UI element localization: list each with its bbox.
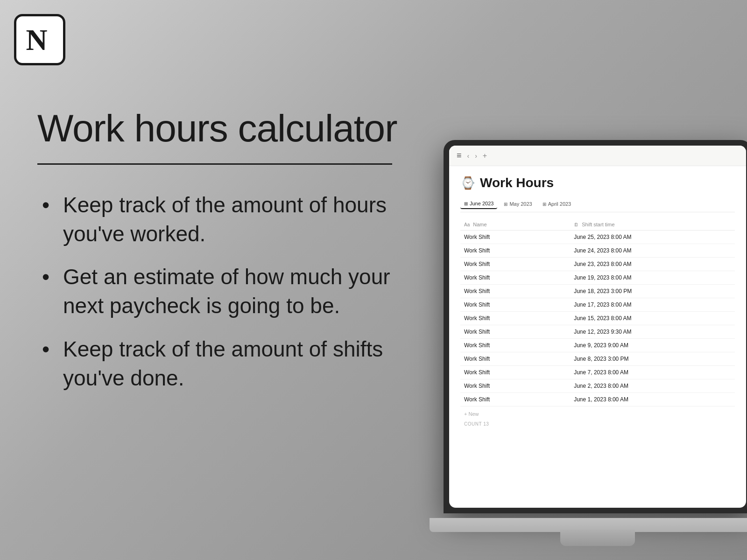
table-row: Work Shift June 23, 2023 8:00 AM <box>460 258 735 271</box>
table-row: Work Shift June 19, 2023 8:00 AM <box>460 271 735 285</box>
row-date: June 23, 2023 8:00 AM <box>570 258 735 271</box>
date-col-icon: 🗓 <box>574 222 578 227</box>
notion-app: ≡ ‹ › + ⌚ Work Hours ⊞ <box>449 146 746 508</box>
row-name: Work Shift <box>460 379 570 393</box>
table-row: Work Shift June 1, 2023 8:00 AM <box>460 393 735 406</box>
row-date: June 25, 2023 8:00 AM <box>570 231 735 244</box>
left-content: Work hours calculator Keep track of the … <box>37 107 420 406</box>
title-divider <box>37 163 392 165</box>
count-row: COUNT 13 <box>460 420 735 428</box>
laptop-mockup: ≡ ‹ › + ⌚ Work Hours ⊞ <box>430 140 747 560</box>
tab-icon-may: ⊞ <box>504 202 507 207</box>
row-date: June 9, 2023 9:00 AM <box>570 339 735 352</box>
name-col-icon: Aa <box>464 222 470 227</box>
row-date: June 15, 2023 8:00 AM <box>570 312 735 325</box>
tab-label-may: May 2023 <box>509 201 532 207</box>
work-shifts-table: Aa Name 🗓 Shift start time Work Sh <box>460 219 735 406</box>
row-name: Work Shift <box>460 312 570 325</box>
plus-icon[interactable]: + <box>483 152 487 160</box>
tab-june-2023[interactable]: ⊞ June 2023 <box>460 199 497 209</box>
count-value: 13 <box>483 421 489 427</box>
row-date: June 2, 2023 8:00 AM <box>570 379 735 393</box>
notion-titlebar: ≡ ‹ › + <box>449 146 746 166</box>
row-name: Work Shift <box>460 271 570 285</box>
notion-page-title-text: Work Hours <box>480 175 554 190</box>
row-name: Work Shift <box>460 298 570 312</box>
table-row: Work Shift June 12, 2023 9:30 AM <box>460 325 735 339</box>
table-row: Work Shift June 25, 2023 8:00 AM <box>460 231 735 244</box>
hamburger-icon[interactable]: ≡ <box>457 151 462 161</box>
name-col-label: Name <box>473 222 486 227</box>
row-date: June 18, 2023 3:00 PM <box>570 285 735 298</box>
notion-logo: N <box>14 14 65 65</box>
page-title: Work hours calculator <box>37 107 420 149</box>
row-date: June 12, 2023 9:30 AM <box>570 325 735 339</box>
table-row: Work Shift June 24, 2023 8:00 AM <box>460 244 735 258</box>
table-row: Work Shift June 8, 2023 3:00 PM <box>460 352 735 366</box>
bullet-item: Keep track of the amount of shifts you'v… <box>37 335 420 392</box>
laptop-screen-inner: ≡ ‹ › + ⌚ Work Hours ⊞ <box>449 146 746 508</box>
row-name: Work Shift <box>460 285 570 298</box>
row-date: June 24, 2023 8:00 AM <box>570 244 735 258</box>
tab-icon-june: ⊞ <box>464 201 468 206</box>
date-col-label: Shift start time <box>582 222 614 227</box>
table-row: Work Shift June 7, 2023 8:00 AM <box>460 366 735 379</box>
row-date: June 17, 2023 8:00 AM <box>570 298 735 312</box>
table-row: Work Shift June 9, 2023 9:00 AM <box>460 339 735 352</box>
row-name: Work Shift <box>460 258 570 271</box>
laptop-foot <box>560 530 635 546</box>
row-date: June 7, 2023 8:00 AM <box>570 366 735 379</box>
svg-text:N: N <box>26 23 47 56</box>
bullet-item: Get an estimate of how much your next pa… <box>37 262 420 320</box>
notion-page-title: ⌚ Work Hours <box>460 175 735 190</box>
forward-icon[interactable]: › <box>475 152 477 160</box>
tab-label-june: June 2023 <box>470 201 493 206</box>
notion-tabs: ⊞ June 2023 ⊞ May 2023 ⊞ April 2023 <box>460 199 735 212</box>
notion-content: ⌚ Work Hours ⊞ June 2023 ⊞ May 2023 <box>449 166 746 508</box>
row-date: June 1, 2023 8:00 AM <box>570 393 735 406</box>
back-icon[interactable]: ‹ <box>467 152 470 160</box>
table-row: Work Shift June 18, 2023 3:00 PM <box>460 285 735 298</box>
table-row: Work Shift June 17, 2023 8:00 AM <box>460 298 735 312</box>
tab-label-april: April 2023 <box>548 201 571 207</box>
bullet-list: Keep track of the amount of hours you've… <box>37 190 420 392</box>
new-row-button[interactable]: + New <box>460 408 735 420</box>
col-header-date: 🗓 Shift start time <box>570 219 735 231</box>
row-name: Work Shift <box>460 366 570 379</box>
table-row: Work Shift June 15, 2023 8:00 AM <box>460 312 735 325</box>
table-row: Work Shift June 2, 2023 8:00 AM <box>460 379 735 393</box>
col-header-name: Aa Name <box>460 219 570 231</box>
row-name: Work Shift <box>460 231 570 244</box>
count-label: COUNT <box>464 421 482 427</box>
bullet-item: Keep track of the amount of hours you've… <box>37 190 420 248</box>
row-name: Work Shift <box>460 352 570 366</box>
laptop-screen: ≡ ‹ › + ⌚ Work Hours ⊞ <box>444 140 747 513</box>
row-date: June 8, 2023 3:00 PM <box>570 352 735 366</box>
page-icon: ⌚ <box>460 176 475 190</box>
row-name: Work Shift <box>460 393 570 406</box>
row-name: Work Shift <box>460 339 570 352</box>
row-date: June 19, 2023 8:00 AM <box>570 271 735 285</box>
tab-april-2023[interactable]: ⊞ April 2023 <box>539 199 575 209</box>
tab-may-2023[interactable]: ⊞ May 2023 <box>500 199 536 209</box>
row-name: Work Shift <box>460 325 570 339</box>
tab-icon-april: ⊞ <box>543 202 546 207</box>
row-name: Work Shift <box>460 244 570 258</box>
